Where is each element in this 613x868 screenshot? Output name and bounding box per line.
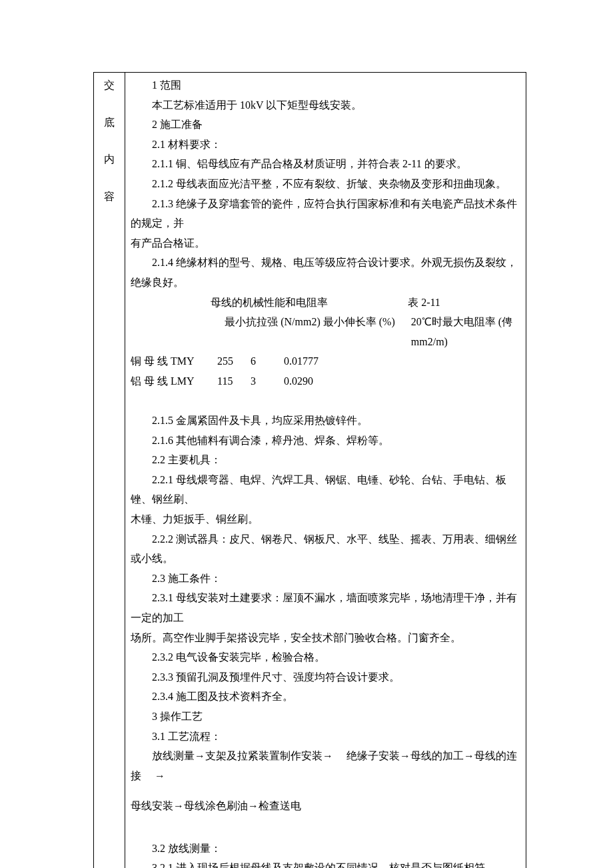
side-char-3: 内 [104,149,115,169]
table-header-row: 最小抗拉强 (N/mm2) 最小伸长率 (%) 20℃时最大电阻率 (俜 mm2… [131,312,520,351]
r2c4: 0.0290 [284,371,313,391]
th-empty [163,312,225,351]
blank-line [131,391,520,411]
para-2-1-3a: 2.1.3 绝缘子及穿墙套管的瓷件，应符合执行国家标准和有关电瓷产品技术条件的规… [131,194,520,233]
r1c4: 0.01777 [284,351,318,371]
th-tensile: 最小抗拉强 (N/mm2) [225,312,323,351]
th-elongation: 最小伸长率 (%) [323,312,411,351]
table-number: 表 2-11 [408,293,440,313]
section-3: 3 操作工艺 [131,707,520,727]
para-2-1-2: 2.1.2 母线表面应光洁平整，不应有裂纹、折皱、夹杂物及变形和扭曲现象。 [131,174,520,194]
para-2-1-3b: 有产品合格证。 [131,233,520,253]
para-2-1-6: 2.1.6 其他辅料有调合漆，樟丹池、焊条、焊粉等。 [131,431,520,451]
para-2-3-1a: 2.3.1 母线安装对土建要求：屋顶不漏水，墙面喷浆完毕，场地清理干净，并有一定… [131,588,520,627]
para-2-1-5: 2.1.5 金属紧固件及卡具，均应采用热镀锌件。 [131,411,520,431]
section-2-1: 2.1 材料要求： [131,135,520,155]
para-scope: 本工艺标准适用于 10kV 以下矩型母线安装。 [131,95,520,115]
table-row-copper: 铜 母 线 TMY 255 6 0.01777 [131,351,520,371]
r1c1: 铜 母 线 TMY [131,351,217,371]
r2c2: 115 [217,371,251,391]
side-char-4: 容 [104,187,115,207]
section-3-1: 3.1 工艺流程： [131,727,520,747]
para-2-1-1: 2.1.1 铜、铝母线应有产品合格及材质证明，并符合表 2-11 的要求。 [131,154,520,174]
section-2-3: 2.3 施工条件： [131,569,520,589]
flow-1a: 放线测量→支架及拉紧装置制作安装→ [152,750,333,761]
page: 交 底 内 容 1 范围 本工艺标准适用于 10kV 以下矩型母线安装。 2 施… [0,0,613,868]
para-2-1-4: 2.1.4 绝缘材料的型号、规格、电压等级应符合设计要求。外观无损伤及裂纹，绝缘… [131,253,520,292]
content-cell: 1 范围 本工艺标准适用于 10kV 以下矩型母线安装。 2 施工准备 2.1 … [125,73,526,869]
r2c3: 3 [251,371,284,391]
side-label-cell: 交 底 内 容 [94,73,125,869]
side-char-1: 交 [104,75,115,95]
section-1: 1 范围 [131,75,520,95]
r1c2: 255 [217,351,251,371]
r1c3: 6 [251,351,284,371]
para-2-2-2: 2.2.2 测试器具：皮尺、钢卷尺、钢板尺、水平、线坠、摇表、万用表、细钢丝或小… [131,529,520,569]
para-2-3-4: 2.3.4 施工图及技术资料齐全。 [131,687,520,707]
para-2-3-2: 2.3.2 电气设备安装完毕，检验合格。 [131,647,520,667]
section-2: 2 施工准备 [131,115,520,135]
table-title-text: 母线的机械性能和电阻率 [211,293,328,313]
flow-line-2: 母线安装→母线涂色刷油→检查送电 [131,785,520,819]
table-2-11-title: 母线的机械性能和电阻率 表 2-11 [131,293,520,313]
para-2-3-3: 2.3.3 预留孔洞及预埋件尺寸、强度均符合设计要求。 [131,667,520,687]
document-table: 交 底 内 容 1 范围 本工艺标准适用于 10kV 以下矩型母线安装。 2 施… [93,72,526,868]
para-2-3-1b: 场所。高空作业脚手架搭设完毕，安全技术部门验收合格。门窗齐全。 [131,628,520,648]
side-label: 交 底 内 容 [99,75,119,206]
para-2-2-1b: 木锤、力矩扳手、铜丝刷。 [131,509,520,529]
table-row-aluminum: 铝 母 线 LMY 115 3 0.0290 [131,371,520,391]
section-3-2: 3.2 放线测量： [131,839,520,859]
side-char-2: 底 [104,113,115,133]
para-2-2-1a: 2.2.1 母线煨弯器、电焊、汽焊工具、钢锯、电锤、砂轮、台钻、手电钻、板锉、钢… [131,470,520,509]
flow-line-1: 放线测量→支架及拉紧装置制作安装→ 绝缘子安装→母线的加工→母线的连接 → [131,746,520,785]
th-resistivity: 20℃时最大电阻率 (俜 mm2/m) [411,312,520,351]
flow-1c: → [155,770,165,781]
section-2-2: 2.2 主要机具： [131,450,520,470]
r2c1: 铝 母 线 LMY [131,371,217,391]
para-3-2-1: 3.2.1 进入现场后根据母线及支架敷设的不同情况，核对是否与图纸相符。 [131,858,520,868]
blank-line-2 [131,819,520,839]
